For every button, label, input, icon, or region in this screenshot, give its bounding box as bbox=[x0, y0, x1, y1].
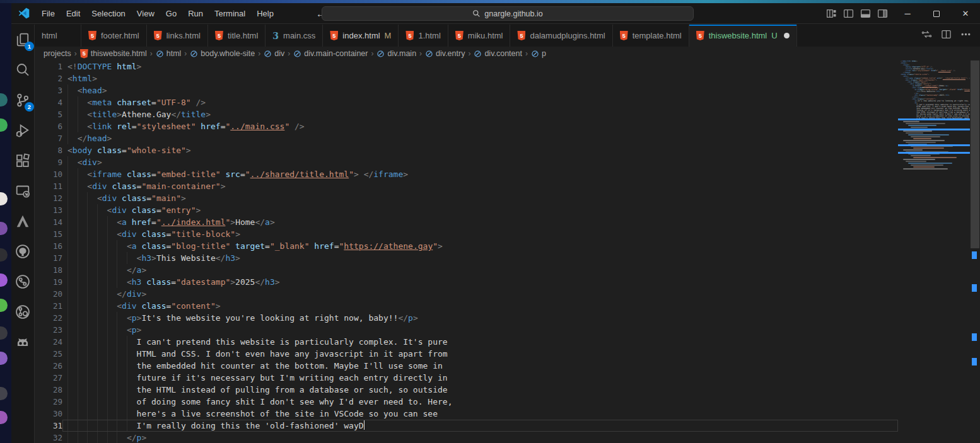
code-token: future if it's necessary but I'm writing… bbox=[137, 372, 448, 384]
tab-1-html[interactable]: 51.html bbox=[399, 25, 448, 47]
breadcrumb-symbol-body-whole-site[interactable]: body.whole-site bbox=[190, 49, 255, 58]
tab-links-html[interactable]: 5links.html bbox=[147, 25, 208, 47]
code-line[interactable]: 5<title>Athene.Gay</title> bbox=[35, 108, 898, 120]
activitybar-item-gitlens[interactable] bbox=[13, 302, 33, 322]
code-line[interactable]: 32</p> bbox=[35, 432, 898, 443]
tab-template-html[interactable]: 5template.html bbox=[613, 25, 689, 47]
more-actions-button[interactable] bbox=[960, 29, 971, 42]
code-token: h3 bbox=[132, 276, 142, 288]
menu-selection[interactable]: Selection bbox=[86, 6, 131, 21]
toggle-secondary-sidebar-button[interactable] bbox=[877, 8, 888, 19]
activitybar-item-run-debug[interactable] bbox=[13, 120, 33, 141]
tab-main-css[interactable]: 3main.css bbox=[265, 25, 323, 47]
code-line[interactable]: 6<link rel="stylesheet" href="../main.cs… bbox=[35, 120, 898, 132]
open-changes-button[interactable] bbox=[921, 29, 932, 42]
breadcrumb-symbol-p[interactable]: p bbox=[531, 49, 546, 58]
code-line[interactable]: 21<div class="content"> bbox=[35, 300, 898, 312]
activitybar-item-git-graph[interactable] bbox=[13, 272, 33, 292]
activitybar-item-source-control[interactable]: 2 bbox=[13, 90, 33, 110]
code-line[interactable]: 31I'm really doing this the 'old-fashion… bbox=[35, 420, 898, 432]
menu-view[interactable]: View bbox=[131, 6, 160, 21]
command-center-search[interactable]: gnargle.github.io bbox=[322, 6, 694, 21]
breadcrumb-root[interactable]: projects bbox=[44, 49, 71, 58]
code-line[interactable]: 22<p>It's the website you're looking at … bbox=[35, 312, 898, 324]
tab-title-html[interactable]: 5title.html bbox=[208, 25, 265, 47]
tab-thiswebsite-html[interactable]: 5thiswebsite.htmlU bbox=[689, 25, 797, 47]
breadcrumb-file[interactable]: 5thiswebsite.html bbox=[80, 49, 147, 59]
code-line[interactable]: 20</div> bbox=[35, 288, 898, 300]
code-line[interactable]: 25HTML and CSS. I don't even have any ja… bbox=[35, 348, 898, 360]
breadcrumb-symbol-div[interactable]: div bbox=[264, 49, 284, 58]
menu-edit[interactable]: Edit bbox=[61, 6, 86, 21]
code-line[interactable]: 27future if it's necessary but I'm writi… bbox=[35, 372, 898, 384]
tab-miku-html[interactable]: 5miku.html bbox=[448, 25, 511, 47]
minimap[interactable]: <!DOCTYPE html><html> <head> <meta chars… bbox=[898, 60, 970, 443]
activitybar-item-remote-explorer[interactable] bbox=[13, 181, 33, 201]
scrollbar-thumb[interactable] bbox=[971, 60, 979, 248]
code-line[interactable]: 9<div> bbox=[35, 156, 898, 168]
taskbar-app-icon bbox=[0, 299, 8, 312]
code-line[interactable]: 28the HTML instead of pulling from a dat… bbox=[35, 384, 898, 396]
tab-html[interactable]: html bbox=[35, 25, 81, 47]
code-line[interactable]: 3<head> bbox=[35, 84, 898, 96]
minimize-button[interactable]: ─ bbox=[893, 3, 922, 24]
code-line[interactable]: 18</a> bbox=[35, 264, 898, 276]
split-editor-button[interactable] bbox=[941, 29, 952, 42]
code-editor[interactable]: 1<!DOCTYPE html>2<html>3<head>4<meta cha… bbox=[35, 60, 980, 443]
code-line[interactable]: 10<iframe class="embed-title" src="../sh… bbox=[35, 168, 898, 180]
code-line[interactable]: 13<div class="entry"> bbox=[35, 204, 898, 216]
activitybar-item-explorer[interactable]: 1 bbox=[13, 30, 33, 50]
breadcrumb-symbol-div-main-container[interactable]: div.main-container bbox=[293, 49, 368, 58]
code-line[interactable]: 26the embedded hit counter at the bottom… bbox=[35, 360, 898, 372]
tab-footer-html[interactable]: 5footer.html bbox=[81, 25, 147, 47]
code-line[interactable]: 7</head> bbox=[35, 132, 898, 144]
breadcrumb-symbol-div-main[interactable]: div.main bbox=[376, 49, 416, 58]
code-line[interactable]: 2<html> bbox=[35, 72, 898, 84]
activitybar-item-search[interactable] bbox=[13, 60, 33, 80]
activitybar-item-extensions[interactable] bbox=[13, 151, 33, 171]
code-token: div bbox=[102, 192, 117, 204]
code-token: > bbox=[141, 432, 146, 443]
menu-run[interactable]: Run bbox=[182, 6, 209, 21]
menu-terminal[interactable]: Terminal bbox=[209, 6, 251, 21]
toggle-panel-button[interactable] bbox=[860, 8, 871, 19]
code-token: p bbox=[137, 432, 142, 443]
activitybar-item-github[interactable] bbox=[13, 241, 33, 262]
menu-file[interactable]: File bbox=[36, 6, 61, 21]
indent-guides bbox=[67, 252, 137, 264]
code-line[interactable]: 17<h3>This Website</h3> bbox=[35, 252, 898, 264]
line-number: 29 bbox=[35, 396, 62, 408]
customize-layout-button[interactable] bbox=[826, 8, 837, 19]
code-line[interactable]: 24I can't pretend this website is partic… bbox=[35, 336, 898, 348]
breadcrumb-symbol-html[interactable]: html bbox=[156, 49, 182, 58]
code-line[interactable]: 1<!DOCTYPE html> bbox=[35, 60, 898, 72]
line-number: 11 bbox=[35, 180, 62, 192]
code-line[interactable]: 12<div class="main"> bbox=[35, 192, 898, 204]
code-line[interactable]: 8<body class="whole-site"> bbox=[35, 144, 898, 156]
breadcrumb-symbol-div-entry[interactable]: div.entry bbox=[425, 49, 465, 58]
editor-scrollbar[interactable] bbox=[970, 60, 980, 443]
breadcrumb-symbol-div-content[interactable]: div.content bbox=[474, 49, 522, 58]
code-token: href bbox=[196, 120, 221, 132]
code-line[interactable]: 14<a href="../index.html">Home</a> bbox=[35, 216, 898, 228]
code-line[interactable]: 23<p> bbox=[35, 324, 898, 336]
maximize-button[interactable] bbox=[922, 3, 951, 24]
code-line[interactable]: 4<meta charset="UTF-8" /> bbox=[35, 96, 898, 108]
close-button[interactable]: ✕ bbox=[951, 3, 980, 24]
tab-index-html[interactable]: 5index.htmlM bbox=[323, 25, 399, 47]
code-line[interactable]: 15<div class="title-block"> bbox=[35, 228, 898, 240]
code-line[interactable]: 19<h3 class="datestamp">2025</h3> bbox=[35, 276, 898, 288]
code-line[interactable]: 30here's a live screenshot of the site i… bbox=[35, 408, 898, 420]
code-line[interactable]: 11<div class="main-container"> bbox=[35, 180, 898, 192]
menu-help[interactable]: Help bbox=[251, 6, 279, 21]
activitybar-item-a-logo[interactable] bbox=[13, 211, 33, 231]
taskbar-app-icon bbox=[0, 93, 8, 106]
tab-dalamudplugins-html[interactable]: 5dalamudplugins.html bbox=[510, 25, 612, 47]
minimap-content-bar bbox=[903, 130, 932, 132]
menu-go[interactable]: Go bbox=[160, 6, 182, 21]
code-line[interactable]: 29of doing some fancy shit I don't see w… bbox=[35, 396, 898, 408]
toggle-primary-sidebar-button[interactable] bbox=[843, 8, 854, 19]
activitybar-item-godot[interactable] bbox=[13, 332, 33, 352]
vscode-window: FileEditSelectionViewGoRunTerminalHelp ←… bbox=[11, 3, 980, 443]
code-line[interactable]: 16<a class="blog-title" target="_blank" … bbox=[35, 240, 898, 252]
